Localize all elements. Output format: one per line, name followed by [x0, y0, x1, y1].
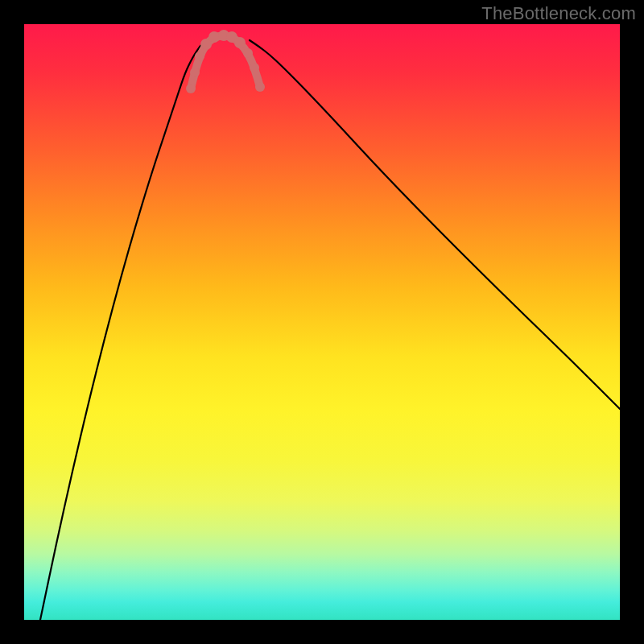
marker-point: [243, 48, 253, 58]
marker-point: [208, 31, 220, 43]
series-group: [40, 36, 620, 621]
marker-point: [195, 52, 204, 61]
marker-point: [190, 68, 200, 77]
watermark-text: TheBottleneck.com: [481, 3, 636, 24]
marker-point: [255, 82, 265, 92]
marker-point: [186, 84, 196, 93]
series-left-curve: [40, 40, 205, 620]
chart-svg: [24, 24, 620, 620]
marker-point: [234, 37, 246, 48]
plot-area: [24, 24, 620, 620]
marker-point: [250, 63, 259, 72]
chart-frame: TheBottleneck.com: [0, 0, 644, 644]
series-right-curve: [250, 40, 620, 409]
